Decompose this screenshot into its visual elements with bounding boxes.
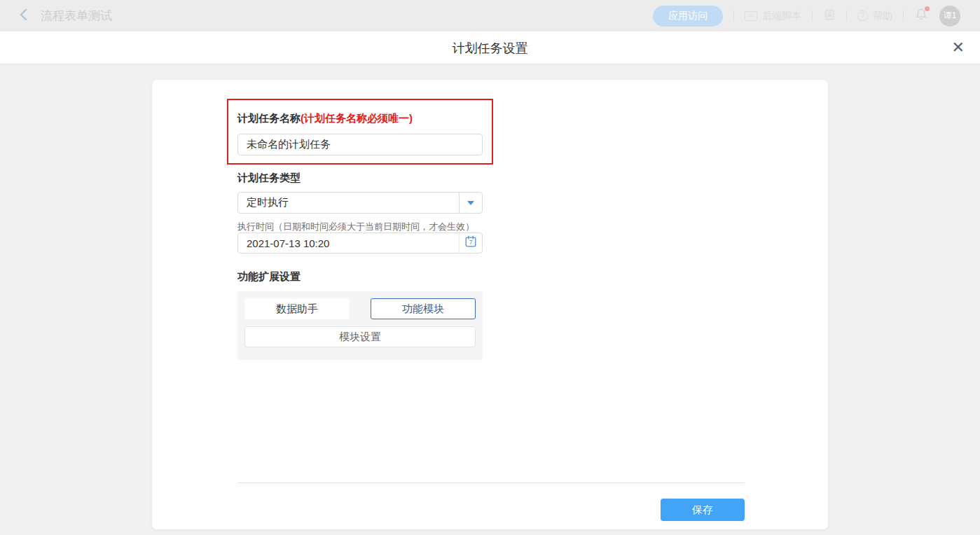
- save-button[interactable]: 保存: [661, 499, 745, 521]
- settings-card: 计划任务名称(计划任务名称必须唯一) 计划任务类型 定时执行 执行时间（日期和时…: [151, 79, 829, 530]
- calendar-cell[interactable]: 7: [459, 233, 482, 253]
- notification-dot: [925, 6, 930, 11]
- task-name-input[interactable]: [237, 134, 483, 155]
- execute-time-label: 执行时间（日期和时间必须大于当前日期时间，才会生效）: [237, 221, 474, 233]
- extension-settings-label: 功能扩展设置: [237, 270, 301, 284]
- task-name-label-text: 计划任务名称: [237, 112, 301, 124]
- modal-header: 计划任务设置 ✕: [0, 32, 980, 64]
- backend-script-label: 后端脚本: [762, 10, 801, 22]
- contacts-icon: [823, 8, 836, 23]
- topbar: 流程表单测试 应用访问 </> 后端脚本 ? 帮助: [0, 0, 980, 32]
- chevron-left-icon: [18, 8, 29, 25]
- task-type-select[interactable]: 定时执行: [237, 192, 483, 214]
- calendar-icon: 7: [464, 235, 478, 251]
- code-icon: </>: [745, 11, 757, 21]
- divider: [903, 11, 904, 21]
- help-icon: ?: [857, 11, 868, 21]
- help-label: 帮助: [873, 10, 892, 22]
- divider: [733, 11, 734, 21]
- footer-divider: [237, 482, 745, 483]
- help-button[interactable]: ? 帮助: [857, 10, 892, 22]
- divider: [812, 11, 813, 21]
- function-module-button[interactable]: 功能模块: [371, 298, 476, 319]
- chevron-down-icon: [467, 201, 474, 205]
- data-assistant-button[interactable]: 数据助手: [244, 298, 350, 319]
- divider: [846, 11, 847, 21]
- module-settings-button[interactable]: 模块设置: [244, 326, 476, 347]
- task-type-label: 计划任务类型: [237, 172, 301, 185]
- execute-time-input[interactable]: 2021-07-13 10:20 7: [237, 232, 483, 253]
- document-title: 流程表单测试: [41, 8, 112, 24]
- back-button[interactable]: [18, 8, 29, 25]
- notifications-button[interactable]: [914, 7, 928, 25]
- close-button[interactable]: ✕: [952, 38, 965, 57]
- contacts-button[interactable]: [823, 8, 836, 23]
- calendar-day-number: 7: [469, 239, 473, 246]
- task-name-label: 计划任务名称(计划任务名称必须唯一): [237, 112, 413, 125]
- execute-time-value: 2021-07-13 10:20: [238, 233, 459, 253]
- app-access-button[interactable]: 应用访问: [653, 6, 723, 27]
- extension-panel: 数据助手 功能模块 模块设置: [237, 291, 483, 360]
- task-type-value: 定时执行: [238, 193, 459, 213]
- modal-title: 计划任务设置: [0, 40, 980, 57]
- avatar[interactable]: 谭1: [939, 6, 960, 27]
- task-name-required-hint: (计划任务名称必须唯一): [301, 112, 413, 124]
- close-icon: ✕: [952, 39, 965, 56]
- dropdown-arrow-cell[interactable]: [459, 193, 482, 213]
- backend-script-button[interactable]: </> 后端脚本: [745, 10, 801, 22]
